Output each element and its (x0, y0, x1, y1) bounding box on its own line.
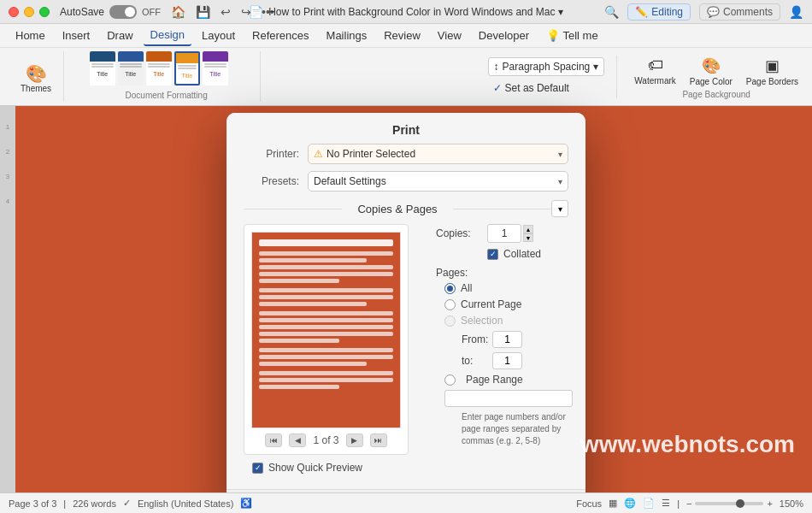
from-row: From: (419, 331, 573, 348)
autosave-toggle[interactable] (109, 5, 137, 19)
menu-view[interactable]: View (431, 26, 468, 45)
view-outline-icon[interactable]: ☰ (662, 498, 670, 509)
menu-mailings[interactable]: Mailings (320, 26, 374, 45)
selection-label: Selection (461, 315, 503, 327)
menu-draw[interactable]: Draw (100, 26, 139, 45)
copies-stepper: ▲ ▼ (523, 225, 533, 242)
page-borders-button[interactable]: ▣ Page Borders (741, 55, 803, 88)
menu-review[interactable]: Review (377, 26, 427, 45)
prev-page-button[interactable]: ◀ (289, 433, 306, 447)
printer-select[interactable]: ⚠ No Printer Selected ▾ (308, 144, 568, 164)
page-line-17 (259, 371, 393, 375)
close-button[interactable] (9, 7, 19, 17)
theme-swatch-5[interactable]: Title (203, 51, 228, 86)
set-default-button[interactable]: ✓ Set as Default (488, 80, 605, 97)
menu-layout[interactable]: Layout (195, 26, 242, 45)
theme-swatch-2[interactable]: Title (118, 51, 144, 86)
menu-insert[interactable]: Insert (56, 26, 97, 45)
printer-label: Printer: (244, 148, 299, 160)
presets-row: Presets: Default Settings ▾ (244, 171, 568, 192)
next-page-button[interactable]: ▶ (346, 433, 363, 447)
traffic-lights (9, 7, 50, 17)
page-background-label: Page Background (682, 90, 750, 99)
page-line-7 (259, 295, 393, 299)
menu-references[interactable]: References (245, 26, 315, 45)
show-preview-row: ✓ Show Quick Preview (244, 462, 409, 474)
zoom-thumb (736, 499, 744, 508)
presets-label: Presets: (244, 175, 299, 187)
undo-icon[interactable]: ↩ (219, 3, 232, 21)
theme-swatch-1[interactable]: Title (90, 51, 115, 86)
main-content: 1 2 3 4 www.webnots.com Print Printer: ⚠… (0, 106, 812, 492)
view-print-icon[interactable]: 📄 (643, 498, 655, 509)
page-range-input[interactable] (444, 390, 573, 407)
view-web-icon[interactable]: 🌐 (624, 498, 636, 509)
printer-arrow: ▾ (558, 150, 562, 159)
page-count: Page 3 of 3 (9, 498, 56, 509)
watermark-button[interactable]: 🏷 Watermark (629, 55, 681, 88)
to-input[interactable] (492, 352, 522, 369)
page-line-14 (259, 348, 393, 352)
copies-increment[interactable]: ▲ (523, 225, 533, 233)
home-icon[interactable]: 🏠 (169, 3, 187, 21)
editing-button[interactable]: ✏️ Editing (627, 3, 691, 21)
menu-design[interactable]: Design (144, 25, 191, 46)
page-line-1 (259, 251, 393, 256)
copies-input[interactable] (487, 224, 521, 243)
page-line-19 (259, 385, 339, 389)
page-color-button[interactable]: 🎨 Page Color (685, 55, 738, 88)
page-line-16 (259, 362, 367, 366)
menu-home[interactable]: Home (9, 26, 52, 45)
dialog-body: Printer: ⚠ No Printer Selected ▾ Presets… (227, 144, 585, 489)
view-normal-icon[interactable]: ▦ (609, 498, 617, 509)
page-range-label: Page Range (466, 374, 523, 386)
proofing-icon: ✓ (123, 498, 131, 509)
current-page-radio[interactable] (444, 299, 456, 310)
maximize-button[interactable] (39, 7, 50, 17)
search-button[interactable]: 🔍 (604, 5, 619, 19)
all-radio[interactable] (444, 283, 456, 294)
all-radio-row: All (444, 282, 573, 294)
first-page-button[interactable]: ⏮ (265, 433, 282, 447)
paragraph-spacing-button[interactable]: ↕ Paragraph Spacing ▾ (488, 57, 605, 76)
from-input[interactable] (492, 331, 522, 348)
zoom-out-icon[interactable]: − (686, 498, 691, 509)
page-line-9 (259, 311, 393, 315)
editing-label: Editing (651, 6, 683, 18)
comments-button[interactable]: 💬 Comments (699, 3, 780, 21)
page-line-5 (259, 279, 339, 283)
save-icon[interactable]: 💾 (194, 3, 212, 21)
copies-pages-dropdown[interactable]: ▾ (551, 200, 568, 217)
page-range-hint: Enter page numbers and/orpage ranges sep… (419, 411, 573, 447)
menu-tell-me[interactable]: 💡 Tell me (539, 26, 605, 45)
show-preview-checkbox[interactable]: ✓ (252, 463, 263, 474)
presets-select[interactable]: Default Settings ▾ (308, 171, 568, 192)
theme-swatches-group: Title Title Title Title Title (73, 51, 261, 102)
printer-row: Printer: ⚠ No Printer Selected ▾ (244, 144, 568, 164)
themes-button[interactable]: 🎨 Themes (15, 62, 56, 95)
collated-checkbox[interactable]: ✓ (487, 249, 498, 260)
zoom-in-icon[interactable]: + (767, 498, 772, 509)
zoom-slider[interactable]: − + (686, 498, 773, 509)
theme-swatch-4[interactable]: Title (174, 51, 200, 86)
themes-content: 🎨 Themes (15, 51, 56, 102)
menu-developer[interactable]: Developer (472, 26, 536, 45)
account-button[interactable]: 👤 (789, 5, 803, 19)
controls-column: Copies: ▲ ▼ ✓ (419, 224, 573, 481)
page-line-10 (259, 318, 393, 322)
page-line-3 (259, 265, 393, 269)
presets-value: Default Settings (314, 175, 558, 187)
page-range-radio[interactable] (444, 374, 456, 386)
paragraph-spacing-chevron: ▾ (593, 61, 598, 73)
minimize-button[interactable] (24, 7, 34, 17)
page-nav: ⏮ ◀ 1 of 3 ▶ ⏭ (265, 433, 386, 447)
page-bg-buttons: 🏷 Watermark 🎨 Page Color ▣ Page Borders (629, 55, 803, 88)
page-range-input-row (419, 390, 573, 407)
page-line-4 (259, 272, 393, 276)
page-line-6 (259, 288, 393, 292)
selection-radio[interactable] (444, 315, 456, 327)
page-content (259, 239, 393, 421)
last-page-button[interactable]: ⏭ (370, 433, 387, 447)
copies-decrement[interactable]: ▼ (523, 233, 533, 242)
theme-swatch-3[interactable]: Title (146, 51, 172, 86)
